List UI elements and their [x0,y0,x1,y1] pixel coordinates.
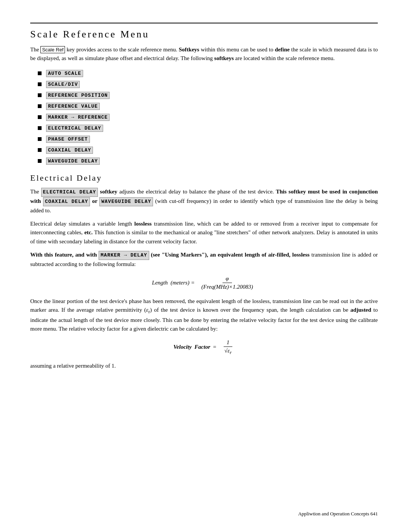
bullet-icon [38,82,42,86]
list-item: ELECTRICAL DELAY [38,125,378,132]
bullet-icon [38,126,42,130]
footer-text: Appliwtion and Operation Concepts 641 [298,511,378,517]
bullet-icon [38,115,42,119]
formula-denominator: (Freq(MHz)×1.20083) [198,283,256,290]
page-footer: Appliwtion and Operation Concepts 641 [298,511,378,517]
velocity-formula: Velocity Factor = 1 √εr [30,339,378,356]
velocity-denominator: √εr [221,347,235,356]
list-item: REFERENCE VALUE [38,103,378,110]
top-rule [30,23,378,23]
coaxial-delay-key: COAXIAL DELAY [43,197,90,206]
velocity-fraction: 1 √εr [221,339,235,356]
softkey-electrical-delay: ELECTRICAL DELAY [46,125,103,132]
velocity-numerator: 1 [224,339,233,347]
formula-numerator: φ [223,275,232,283]
softkey-reference-value: REFERENCE VALUE [46,103,100,110]
softkey-marker-reference: MARKER → REFERENCE [46,114,110,121]
softkey-reference-position: REFERENCE POSITION [46,92,110,99]
list-item: PHASE OFFSET [38,136,378,143]
softkey-scale-div: SCALE/DIV [46,81,80,88]
waveguide-delay-key: WAVEGUIDE DELAY [99,197,153,206]
electrical-delay-key: ELECTRICAL DELAY [41,188,98,197]
softkey-phase-offset: PHASE OFFSET [46,136,90,143]
electrical-delay-title: Electrical Delay [30,173,378,183]
bullet-icon [38,148,42,152]
softkey-coaxial-delay: COAXIAL DELAY [46,147,93,154]
bullet-icon [38,137,42,141]
list-item: MARKER → REFERENCE [38,114,378,121]
bullet-icon [38,71,42,75]
electrical-delay-para1: The ELECTRICAL DELAY softkey adjusts the… [30,187,378,215]
softkey-waveguide-delay: WAVEGUIDE DELAY [46,158,100,165]
softkey-list: AUTO SCALE SCALE/DIV REFERENCE POSITION … [38,70,378,165]
formula-fraction: φ (Freq(MHz)×1.20083) [198,275,256,290]
bullet-icon [38,159,42,163]
scale-ref-key: Scale Ref [40,46,65,53]
length-formula: Length (meters) = φ (Freq(MHz)×1.20083) [30,275,378,290]
list-item: SCALE/DIV [38,81,378,88]
bullet-icon [38,104,42,108]
softkey-auto-scale: AUTO SCALE [46,70,83,77]
list-item: COAXIAL DELAY [38,147,378,154]
list-item: REFERENCE POSITION [38,92,378,99]
page-title: Scale Reference Menu [30,29,378,40]
list-item: WAVEGUIDE DELAY [38,158,378,165]
intro-paragraph: The Scale Ref key provides access to the… [30,45,378,63]
formula-label: Length (meters) = [152,280,195,286]
electrical-delay-para2: Electrical delay simulates a variable le… [30,220,378,246]
electrical-delay-para3: With this feature, and with MARKER → DEL… [30,251,378,269]
bullet-icon [38,93,42,97]
list-item: AUTO SCALE [38,70,378,77]
electrical-delay-para4: Once the linear portion of the test devi… [30,297,378,333]
marker-delay-key: MARKER → DELAY [99,251,149,260]
permeability-text: assuming a relative permeability of 1. [30,362,378,370]
